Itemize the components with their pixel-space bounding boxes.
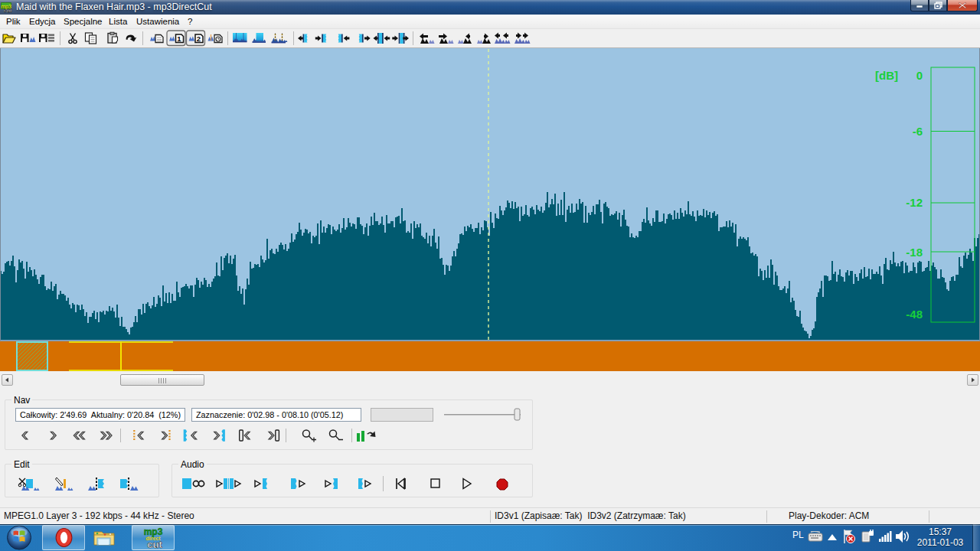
svg-text:[dB]: [dB] [875, 69, 898, 82]
svg-text:cut: cut [147, 539, 162, 549]
svg-text:0: 0 [916, 69, 923, 82]
svg-text:-12: -12 [906, 196, 923, 209]
svg-text:-6: -6 [913, 125, 923, 138]
svg-text:-18: -18 [906, 246, 923, 259]
svg-text:-48: -48 [906, 308, 923, 321]
